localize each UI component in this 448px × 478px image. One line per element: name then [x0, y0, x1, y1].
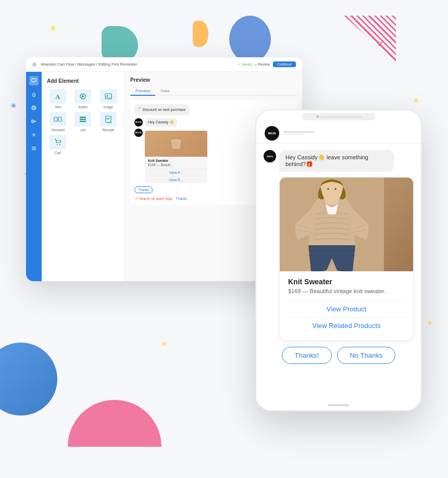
review-label: ● Review	[255, 62, 270, 66]
element-cart[interactable]: Cart	[47, 135, 69, 155]
element-carousel[interactable]: Carousel	[47, 112, 69, 132]
action-icon-box	[74, 89, 91, 104]
mobile-statusbar	[256, 110, 421, 123]
thanks-button[interactable]: Thanks!	[282, 347, 332, 364]
panel-title: Add Element	[47, 78, 119, 84]
svg-rect-1	[32, 79, 36, 82]
sidebar	[26, 72, 42, 281]
mobile-product-info: Knit Sweater $169 — Beautiful vintage kn…	[280, 271, 413, 340]
mobile-brand-avatar: BKLYN.	[265, 126, 279, 141]
check-icon: ✓	[238, 62, 241, 67]
svg-point-4	[34, 108, 34, 108]
svg-point-5	[33, 134, 35, 136]
saved-status: ✓ Saved	[238, 62, 252, 67]
continue-button[interactable]: Continue	[273, 61, 296, 67]
preview-title: Preview	[130, 77, 297, 83]
image-label: Image	[104, 105, 113, 109]
view-product-button[interactable]: View Product	[288, 300, 405, 317]
sweater-illustration	[280, 178, 384, 271]
element-image[interactable]: Image	[97, 89, 119, 109]
element-action[interactable]: Action	[72, 89, 94, 109]
sidebar-icon-send[interactable]	[29, 117, 39, 126]
mobile-chat-header: BKLYN.	[256, 123, 421, 144]
status-line	[283, 134, 304, 135]
breadcrumb: Abandon Cart Flow / Messages / Editing F…	[41, 62, 234, 67]
sidebar-icon-chat[interactable]	[29, 76, 39, 85]
scene: Abandon Cart Flow / Messages / Editing F…	[26, 42, 422, 427]
product-info-small: Knit Sweater $169 — Beauti...	[145, 157, 207, 169]
sidebar-icon-target[interactable]	[29, 103, 39, 112]
branch-icon: ⚡	[134, 196, 139, 200]
name-line	[283, 131, 315, 133]
mobile-message-row: BKLYN. Hey Cassidy👋 leave something behi…	[264, 150, 414, 172]
receipt-icon-box	[100, 112, 117, 127]
mobile-product-desc: $169 — Beautiful vintage knit sweater.	[288, 288, 405, 294]
product-price-small: $169 — Beauti...	[148, 163, 204, 167]
svg-rect-15	[80, 117, 86, 118]
quote-icon: "	[139, 107, 141, 112]
cart-icon-box	[49, 135, 66, 149]
bklyn-avatar-mobile: BKLYN.	[264, 150, 276, 162]
svg-point-24	[328, 188, 329, 190]
deco-asterisk-1: ✳	[49, 23, 56, 33]
text-label: Text	[55, 105, 61, 109]
mobile-product-name: Knit Sweater	[288, 278, 405, 286]
svg-point-21	[59, 144, 60, 145]
bklyn-avatar-2: BKLYN.	[134, 129, 143, 137]
greeting-bubble: Hey Cassidy 👋	[145, 118, 177, 127]
view-related-button[interactable]: View Related Products	[288, 317, 405, 334]
desktop-topbar: Abandon Cart Flow / Messages / Editing F…	[26, 57, 302, 72]
mobile-chat-name-block	[283, 131, 413, 135]
mobile-home-indicator	[328, 404, 349, 406]
image-icon-box	[100, 89, 117, 104]
svg-rect-17	[80, 121, 86, 122]
list-icon-box	[74, 112, 91, 127]
svg-rect-13	[54, 117, 57, 121]
bklyn-avatar-1: BKLYN.	[134, 118, 143, 127]
element-text[interactable]: A Text	[47, 89, 69, 109]
deco-asterisk-3: ✳	[10, 102, 17, 110]
element-grid: A Text Action	[47, 89, 119, 155]
dot-icon: ●	[255, 63, 257, 66]
saved-label: Saved	[242, 62, 252, 66]
svg-point-20	[57, 144, 58, 145]
text-icon-box: A	[49, 89, 66, 104]
receipt-label: Receipt	[103, 128, 114, 132]
deco-asterisk-5: ✳	[427, 320, 432, 327]
svg-point-12	[106, 95, 108, 97]
tab-data[interactable]: Data	[155, 87, 175, 95]
thanks-btn[interactable]: Thanks	[134, 186, 153, 193]
thanks-link[interactable]: Thanks	[176, 197, 187, 200]
mobile-chat-body: BKLYN. Hey Cassidy👋 leave something behi…	[256, 144, 421, 376]
svg-rect-14	[58, 117, 61, 121]
sidebar-icon-gear[interactable]	[29, 130, 39, 140]
sidebar-icon-menu[interactable]	[29, 144, 39, 153]
mobile-quick-replies: Thanks! No Thanks	[264, 347, 414, 364]
mobile-product-card: Knit Sweater $169 — Beautiful vintage kn…	[279, 177, 414, 341]
element-receipt[interactable]: Receipt	[97, 112, 119, 132]
svg-point-25	[335, 188, 337, 190]
mobile-message-bubble: Hey Cassidy👋 leave something behind?🎁	[279, 150, 394, 172]
no-thanks-button[interactable]: No Thanks	[337, 347, 396, 364]
mobile-product-image	[280, 178, 413, 271]
add-element-panel: Add Element A Text Action	[42, 72, 125, 281]
product-preview: Knit Sweater $169 — Beauti... View P... …	[145, 131, 207, 183]
view-product-link[interactable]: View P...	[145, 169, 207, 176]
chat-icon	[32, 62, 36, 67]
cart-label: Cart	[55, 151, 61, 155]
sidebar-icon-home[interactable]	[29, 90, 39, 99]
carousel-icon-box	[49, 112, 66, 127]
svg-rect-8	[32, 149, 36, 150]
discount-text: Discount on next purchase	[143, 108, 186, 111]
discount-bubble: " Discount on next purchase	[134, 104, 190, 115]
view-related-link[interactable]: View R...	[145, 176, 207, 183]
carousel-label: Carousel	[51, 128, 65, 132]
preview-tabs: Preview Data	[130, 87, 297, 96]
tab-preview[interactable]: Preview	[130, 87, 155, 96]
product-name-small: Knit Sweater	[148, 159, 204, 162]
url-line	[320, 116, 362, 118]
url-dot	[316, 115, 319, 118]
product-card-small: Knit Sweater $169 — Beauti... View P... …	[145, 129, 207, 183]
element-list[interactable]: List	[72, 112, 94, 132]
svg-rect-16	[80, 119, 86, 120]
